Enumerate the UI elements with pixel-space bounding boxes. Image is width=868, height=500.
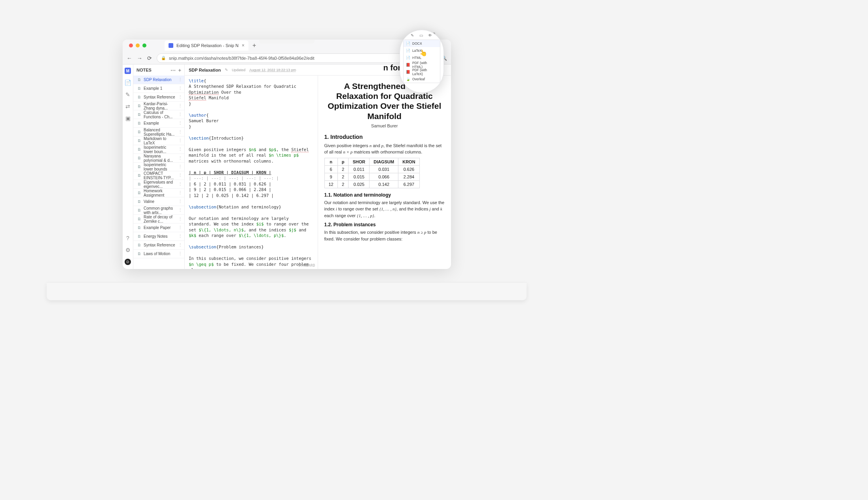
sidebar-more-icon[interactable]: ⋯: [171, 67, 176, 73]
sidebar-item[interactable]: 🗎Rate of decay of Zernike c...⋮: [133, 215, 184, 223]
file-icon: 🗎: [137, 182, 141, 186]
sidebar-item[interactable]: 🗎Markdown to LaTeX⋮: [133, 136, 184, 145]
item-more-icon[interactable]: ⋮: [178, 182, 182, 187]
source-editor[interactable]: \title{ A Strengthened SDP Relaxation fo…: [185, 76, 318, 269]
export-option[interactable]: 🍃Overleaf: [404, 76, 440, 83]
file-icon: 🗎: [137, 217, 141, 221]
sidebar-item[interactable]: 🗎Common graphs with arbi...⋮: [133, 206, 184, 215]
sidebar-item[interactable]: 🗎Example Paper⋮: [133, 223, 184, 232]
sidebar-item[interactable]: 🗎Syntax Reference⋮: [133, 241, 184, 250]
sidebar-item[interactable]: 🗎Isoperimetric lower boun...⋮: [133, 145, 184, 154]
tab-title: Editing SDP Relaxation - Snip N: [176, 43, 239, 48]
export-format-icon: 📕: [406, 63, 410, 67]
sidebar-item[interactable]: 🗎Example⋮: [133, 119, 184, 128]
page-icon[interactable]: ▭: [419, 33, 424, 38]
maximize-window-button[interactable]: [142, 44, 146, 47]
sidebar-item-label: Syntax Reference: [144, 243, 175, 247]
item-more-icon[interactable]: ⋮: [178, 103, 182, 108]
sidebar-item-label: Energy Notes: [144, 234, 168, 239]
export-option[interactable]: 📕PDF (with HTML): [404, 61, 440, 68]
sidebar-item[interactable]: 🗎Syntax Reference⋮: [133, 93, 184, 102]
file-icon: 🗎: [137, 78, 141, 82]
item-more-icon[interactable]: ⋮: [178, 173, 182, 178]
file-icon: 🗎: [137, 156, 141, 160]
file-icon: 🗎: [137, 243, 141, 247]
sidebar-item[interactable]: 🗎Calculus of Functions - Ch...⋮: [133, 110, 184, 119]
notes-icon[interactable]: 📄: [125, 80, 131, 86]
item-more-icon[interactable]: ⋮: [178, 129, 182, 134]
sidebar-add-icon[interactable]: +: [178, 67, 181, 73]
sidebar-item[interactable]: 🗎Balanced Superelliptic Ha...⋮: [133, 128, 184, 136]
eye-icon[interactable]: 👁: [428, 33, 433, 38]
icon-rail: M 📄 ✎ ⇄ ▣ ? ⚙ D: [123, 64, 133, 269]
sidebar-item[interactable]: 🗎Energy Notes⋮: [133, 232, 184, 241]
sidebar-item[interactable]: 🗎Valine⋮: [133, 197, 184, 206]
table-head-row: | n | p | SHOR | DIAGSUM | KRON |: [189, 170, 271, 175]
item-more-icon[interactable]: ⋮: [178, 225, 182, 230]
sidebar-item[interactable]: 🗎Laws of Motion⋮: [133, 250, 184, 258]
item-more-icon[interactable]: ⋮: [178, 199, 182, 204]
rail-bottom: ? ⚙ D: [125, 235, 131, 269]
edit-icon[interactable]: ✎: [411, 33, 415, 38]
sidebar-item-label: Example Paper: [144, 225, 171, 230]
note-list[interactable]: 🗎SDP Relaxation⋮🗎Example 1⋮🗎Syntax Refer…: [133, 76, 184, 269]
file-icon: 🗎: [137, 130, 141, 134]
item-more-icon[interactable]: ⋮: [178, 147, 182, 152]
sidebar-item[interactable]: 🗎Example 1⋮: [133, 84, 184, 93]
export-option[interactable]: 📄DOCX: [404, 40, 440, 47]
favicon: [169, 43, 173, 48]
sidebar-item[interactable]: 🗎Narayana polynomial & d...⋮: [133, 154, 184, 163]
sidebar-item-label: Common graphs with arbi...: [144, 206, 176, 215]
item-more-icon[interactable]: ⋮: [178, 86, 182, 91]
item-more-icon[interactable]: ⋮: [178, 77, 182, 82]
item-more-icon[interactable]: ⋮: [178, 208, 182, 213]
settings-icon[interactable]: ⚙: [125, 247, 131, 253]
sidebar-item-label: Homework Assignment: [144, 189, 176, 197]
address-bar[interactable]: 🔒 snip.mathpix.com/dasha/notes/b38f7fde-…: [157, 53, 436, 63]
item-more-icon[interactable]: ⋮: [178, 164, 182, 169]
forward-button[interactable]: →: [137, 55, 142, 61]
item-more-icon[interactable]: ⋮: [178, 190, 182, 195]
sidebar-item[interactable]: 🗎COMPACT EINSTEIN-TYP...⋮: [133, 171, 184, 180]
item-more-icon[interactable]: ⋮: [178, 216, 182, 222]
sidebar-item[interactable]: 🗎Eigenvalues and eigenvec...⋮: [133, 180, 184, 189]
avatar[interactable]: D: [125, 259, 131, 265]
close-tab-icon[interactable]: ×: [242, 43, 244, 48]
item-more-icon[interactable]: ⋮: [178, 112, 182, 117]
help-icon[interactable]: ?: [125, 235, 131, 241]
export-icon[interactable]: ⤓: [437, 33, 442, 38]
item-more-icon[interactable]: ⋮: [178, 155, 182, 161]
item-more-icon[interactable]: ⋮: [178, 251, 182, 256]
export-option[interactable]: 📕PDF (with LaTeX): [404, 68, 440, 76]
status-standard: STANDARD: [298, 263, 315, 268]
sidebar-item[interactable]: 🗎Isoperimetric lower bounds⋮: [133, 163, 184, 171]
item-more-icon[interactable]: ⋮: [178, 121, 182, 126]
back-button[interactable]: ←: [127, 55, 132, 61]
close-window-button[interactable]: [129, 44, 133, 47]
split-panes: \title{ A Strengthened SDP Relaxation fo…: [185, 76, 451, 269]
preview-table: npSHORDIAGSUMKRON 620.0110.0310.626920.0…: [324, 158, 420, 188]
new-tab-button[interactable]: +: [252, 42, 256, 49]
sidebar-item[interactable]: 🗎SDP Relaxation⋮: [133, 76, 184, 84]
sidebar-item[interactable]: 🗎Kardar-Parisi-Zhang dyna...⋮: [133, 102, 184, 110]
snips-icon[interactable]: ✎: [125, 91, 131, 98]
item-more-icon[interactable]: ⋮: [178, 138, 182, 143]
app-logo-icon[interactable]: M: [125, 68, 131, 74]
item-more-icon[interactable]: ⋮: [178, 95, 182, 100]
item-more-icon[interactable]: ⋮: [178, 242, 182, 248]
reload-button[interactable]: ⟳: [147, 55, 152, 61]
export-option-label: PDF (with HTML): [412, 61, 438, 69]
edit-title-icon[interactable]: ✎: [225, 68, 228, 72]
browser-tab[interactable]: Editing SDP Relaxation - Snip N ×: [165, 40, 248, 51]
export-option-label: DOCX: [412, 42, 422, 45]
preview-intro-p: Given positive integers n and p, the Sti…: [324, 142, 445, 155]
item-more-icon[interactable]: ⋮: [178, 234, 182, 239]
minimize-window-button[interactable]: [136, 44, 140, 47]
convert-icon[interactable]: ⇄: [125, 103, 131, 110]
sidebar-item-label: Syntax Reference: [144, 95, 175, 99]
export-menu[interactable]: 📄DOCX📄LaTeX📄HTML📕PDF (with HTML)📕PDF (wi…: [403, 40, 440, 83]
sidebar-item-label: Valine: [144, 199, 154, 204]
sidebar-item[interactable]: 🗎Homework Assignment⋮: [133, 189, 184, 197]
folders-icon[interactable]: ▣: [125, 115, 131, 121]
fx-icon[interactable]: ƒx: [402, 33, 407, 38]
